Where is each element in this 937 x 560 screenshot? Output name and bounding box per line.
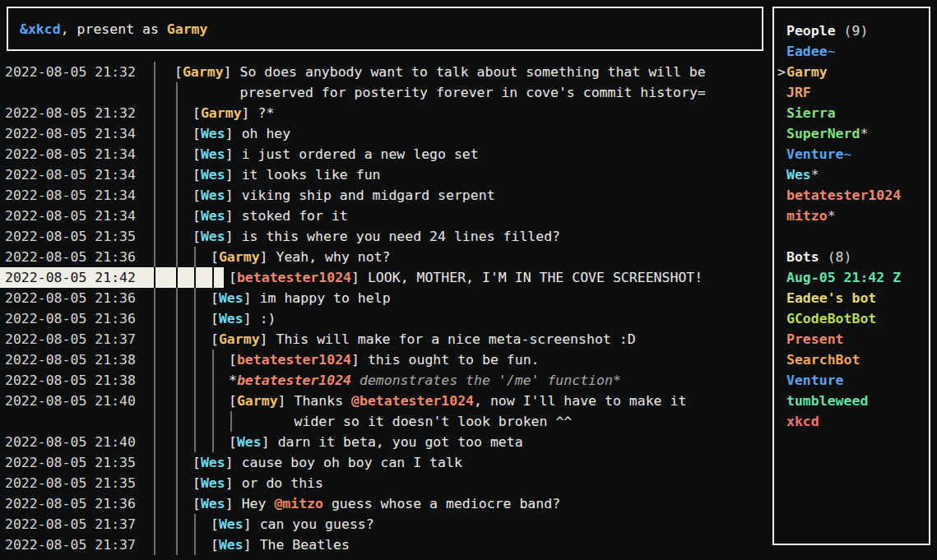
message-nick: Wes [201, 208, 225, 224]
member-item-mitzo[interactable]: mitzo* [774, 206, 929, 226]
message-text: viking ship and midgard serpent [242, 187, 495, 203]
chat-message: [Wes] or do this [193, 473, 323, 493]
chat-row[interactable]: 2022-08-05 21:37[Garmy] This will make f… [0, 329, 770, 349]
chat-row[interactable]: 2022-08-05 21:35[Wes] is this where you … [0, 226, 770, 247]
chat-message: [betatester1024] LOOK, MOTHER, I'M IN TH… [229, 267, 703, 288]
chat-row[interactable]: 2022-08-05 21:34[Wes] i just ordered a n… [0, 144, 770, 164]
member-item-garmy[interactable]: >Garmy [774, 62, 929, 82]
chat-row[interactable]: 2022-08-05 21:38[betatester1024] this ou… [0, 349, 770, 370]
column-divider-line [154, 206, 155, 226]
member-name: Eadee [786, 44, 828, 59]
thread-indent-line [194, 514, 196, 535]
bot-item-searchbot[interactable]: SearchBot [774, 349, 929, 370]
message-text: Yeah, why not? [276, 249, 390, 265]
chat-row[interactable]: 2022-08-05 21:36[Garmy] Yeah, why not? [0, 247, 770, 267]
chat-row[interactable]: 2022-08-05 21:32[Garmy] ?* [0, 103, 770, 123]
message-text: wider so it doesn't look broken ^^ [295, 414, 573, 429]
column-divider-line [154, 391, 155, 411]
message-text: * [229, 373, 237, 388]
member-item-wes[interactable]: Wes* [774, 164, 929, 185]
channel-name: &xkcd [20, 21, 61, 37]
bot-item-xkcd[interactable]: xkcd [774, 411, 929, 432]
chat-row[interactable]: 2022-08-05 21:40[Wes] darn it beta, you … [0, 432, 770, 452]
thread-indent-line [176, 308, 178, 329]
chat-row[interactable]: 2022-08-05 21:35[Wes] or do this [0, 473, 770, 493]
thread-indent-line [194, 288, 196, 308]
chat-message: [Wes] viking ship and midgard serpent [193, 185, 495, 206]
chat-row[interactable]: 2022-08-05 21:36[Wes] :) [0, 308, 770, 329]
member-name: Garmy [786, 64, 828, 80]
chat-row[interactable]: 2022-08-05 21:34[Wes] stoked for it [0, 206, 770, 226]
message-nick: Wes [219, 537, 244, 553]
message-text: LOOK, MOTHER, I'M IN THE COVE SCREENSHOT… [368, 270, 703, 285]
column-divider-line [154, 144, 155, 164]
timestamp: 2022-08-05 21:34 [5, 185, 136, 206]
bot-item-eadee-s-bot[interactable]: Eadee's bot [774, 288, 929, 308]
section-label: People [786, 23, 836, 39]
thread-indent-line [212, 267, 214, 288]
message-nick: Wes [201, 496, 225, 511]
message-text: this ought to be fun. [368, 352, 540, 368]
thread-indent-line [176, 185, 178, 206]
column-divider-line [154, 308, 155, 329]
bot-item-venture[interactable]: Venture [774, 370, 929, 391]
chat-message: [betatester1024] this ought to be fun. [229, 349, 540, 370]
chat-row[interactable]: 2022-08-05 21:34[Wes] it looks like fun [0, 164, 770, 185]
chat-row[interactable]: 2022-08-05 21:36[Wes] Hey @mitzo guess w… [0, 493, 770, 514]
thread-indent-line [176, 206, 178, 226]
chat-message: [Wes] stoked for it [193, 206, 348, 226]
thread-indent-line [176, 391, 178, 411]
timestamp: 2022-08-05 21:37 [5, 535, 136, 555]
bot-item-tumbleweed[interactable]: tumbleweed [774, 391, 929, 411]
message-nick: Wes [219, 290, 244, 306]
chat-row[interactable]: wider so it doesn't look broken ^^ [0, 411, 770, 432]
member-item-jrf[interactable]: JRF [774, 82, 929, 103]
chat-row-selected[interactable]: 2022-08-05 21:42[betatester1024] LOOK, M… [0, 267, 770, 288]
message-text: can you guess? [260, 516, 374, 532]
bot-item-aug-05-21-42-z[interactable]: Aug-05 21:42 Z [774, 267, 929, 288]
message-nick: Wes [201, 455, 225, 470]
member-item-supernerd[interactable]: SuperNerd* [774, 123, 929, 144]
message-nick: Wes [237, 434, 262, 450]
chat-row[interactable]: 2022-08-05 21:35[Wes] cause boy oh boy c… [0, 452, 770, 473]
thread-indent-line [176, 370, 178, 391]
thread-indent-line [176, 144, 178, 164]
timestamp: 2022-08-05 21:35 [5, 473, 136, 493]
member-item-sierra[interactable]: Sierra [774, 103, 929, 123]
column-divider-line [154, 82, 155, 103]
chat-message: [Wes] it looks like fun [193, 164, 381, 185]
column-divider-line [154, 473, 155, 493]
chat-row[interactable]: 2022-08-05 21:40[Garmy] Thanks @betatest… [0, 391, 770, 411]
member-item-betatester1024[interactable]: betatester1024 [774, 185, 929, 206]
member-status-suffix: * [860, 126, 868, 141]
column-divider-line [154, 226, 155, 247]
thread-indent-line [176, 123, 178, 144]
timestamp: 2022-08-05 21:37 [5, 329, 136, 349]
message-nick: Wes [201, 146, 225, 162]
chat-row[interactable]: 2022-08-05 21:37[Wes] can you guess? [0, 514, 770, 535]
timestamp: 2022-08-05 21:34 [5, 123, 136, 144]
chat-message: [Wes] cause boy oh boy can I talk [193, 452, 462, 473]
chat-row[interactable]: preserved for posterity forever in cove'… [0, 82, 770, 103]
message-text: i just ordered a new lego set [242, 146, 479, 162]
message-text: stoked for it [242, 208, 348, 224]
section-count: (8) [819, 249, 852, 265]
chat-row[interactable]: 2022-08-05 21:36[Wes] im happy to help [0, 288, 770, 308]
column-divider-line [154, 247, 155, 267]
thread-indent-line [176, 452, 178, 473]
bot-item-gcodebotbot[interactable]: GCodeBotBot [774, 308, 929, 329]
chat-row[interactable]: 2022-08-05 21:32[Garmy] So does anybody … [0, 62, 770, 82]
bot-item-present[interactable]: Present [774, 329, 929, 349]
member-name: Eadee's bot [786, 290, 876, 306]
member-item-venture[interactable]: Venture~ [774, 144, 929, 164]
message-text: guess whose a mediocre band? [323, 496, 560, 511]
chat-row[interactable]: 2022-08-05 21:34[Wes] oh hey [0, 123, 770, 144]
message-nick: Wes [201, 126, 225, 141]
channel-header-separator: , present as [61, 21, 167, 37]
thread-indent-line [176, 247, 178, 267]
chat-row[interactable]: 2022-08-05 21:38*betatester1024 demonstr… [0, 370, 770, 391]
chat-row[interactable]: 2022-08-05 21:37[Wes] The Beatles [0, 535, 770, 555]
member-item-eadee[interactable]: Eadee~ [774, 41, 929, 62]
chat-row[interactable]: 2022-08-05 21:34[Wes] viking ship and mi… [0, 185, 770, 206]
chat-message: [Wes] oh hey [193, 123, 290, 144]
